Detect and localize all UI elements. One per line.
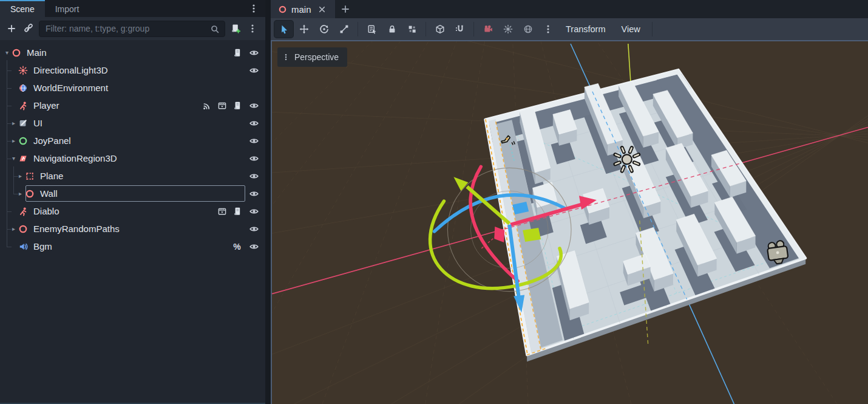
toggle-sun-tool-button[interactable] (498, 21, 517, 38)
tree-node-label: Wall (36, 188, 58, 199)
close-icon[interactable] (316, 2, 329, 16)
node3d-icon (12, 48, 23, 58)
visibility-eye-icon[interactable] (245, 135, 263, 146)
perspective-label: Perspective (294, 52, 339, 62)
scene-tab-bar: main (271, 0, 868, 18)
sun-icon (18, 66, 30, 75)
dock-menu-icon[interactable] (247, 2, 260, 15)
snap-tool-button[interactable] (450, 21, 469, 38)
tree-indent-guide (7, 229, 12, 230)
toolbar-separator (652, 22, 653, 36)
signal-badge-icon[interactable] (199, 100, 214, 111)
tree-row-enemyrandompaths[interactable]: ▸EnemyRandomPaths (0, 220, 265, 238)
scene-dock: Scene Import ▾MainDirectionalLight3DWorl… (0, 0, 265, 404)
scene-dock-toolbar (0, 17, 265, 40)
list-select-tool-button[interactable] (362, 21, 381, 38)
menu-view[interactable]: View (614, 24, 648, 34)
tree-row-bgm[interactable]: Bgm% (0, 238, 265, 255)
unique-name-badge[interactable]: % (229, 241, 245, 252)
move-tool-button[interactable] (294, 21, 313, 38)
tree-indent-guide (7, 247, 12, 247)
plus-icon (339, 2, 352, 16)
scene-tree: ▾MainDirectionalLight3DWorldEnvironmentP… (0, 40, 265, 403)
control-icon (18, 136, 30, 146)
select-tool-button[interactable] (274, 21, 293, 38)
script-badge-icon[interactable] (229, 47, 245, 58)
canvas-icon (18, 118, 30, 128)
search-icon (208, 22, 222, 36)
script-badge-icon[interactable] (229, 206, 245, 217)
toolbar-separator (426, 22, 426, 36)
character-icon (18, 207, 30, 216)
tree-row-plane[interactable]: ▸Plane (0, 167, 265, 185)
tab-scene-label: Scene (10, 4, 35, 14)
tree-indent-guide (7, 159, 12, 159)
tree-row-player[interactable]: Player (0, 97, 265, 114)
tree-indent-guide (13, 166, 14, 194)
perspective-menu-button[interactable]: Perspective (277, 47, 347, 67)
tree-node-label: Diablo (30, 206, 59, 216)
navregion-icon (18, 154, 30, 163)
spatial-toolbar: TransformView (271, 18, 868, 40)
viewport-3d-canvas[interactable] (272, 41, 868, 404)
visibility-eye-icon[interactable] (245, 100, 263, 111)
group-tool-button[interactable] (402, 21, 421, 38)
main-editor-area: main TransformView Perspective (271, 0, 868, 404)
tree-node-label: Plane (36, 171, 63, 181)
visibility-eye-icon[interactable] (245, 65, 263, 76)
node3d-icon (278, 2, 287, 16)
scene-dock-tabs: Scene Import (0, 0, 265, 17)
add-node-button[interactable] (5, 22, 18, 35)
tree-row-directionallight3d[interactable]: DirectionalLight3D (0, 61, 265, 79)
collapse-arrow-icon[interactable]: ▾ (2, 49, 12, 56)
visibility-eye-icon[interactable] (245, 118, 263, 129)
speaker-icon (18, 242, 30, 252)
filter-input[interactable] (39, 21, 225, 37)
viewport-3d[interactable]: Perspective (271, 40, 868, 404)
tree-row-navigationregion3d[interactable]: ▾NavigationRegion3D (0, 149, 265, 167)
preview-camera-tool-button[interactable] (478, 21, 497, 38)
instance-scene-button[interactable] (22, 22, 35, 35)
visibility-eye-icon[interactable] (245, 171, 263, 182)
tree-indent-guide (13, 194, 18, 194)
scene-tab-main[interactable]: main (271, 0, 335, 18)
tree-node-label: Bgm (30, 241, 52, 252)
tree-row-diablo[interactable]: Diablo (0, 202, 265, 220)
visibility-eye-icon[interactable] (245, 47, 263, 58)
visibility-eye-icon[interactable] (245, 188, 263, 199)
visibility-eye-icon[interactable] (245, 206, 263, 217)
tree-row-main[interactable]: ▾Main (0, 44, 265, 61)
tab-scene[interactable]: Scene (0, 0, 45, 17)
tree-node-label: DirectionalLight3D (30, 65, 108, 75)
tree-row-wall[interactable]: ▸Wall (0, 185, 265, 202)
rotate-tool-button[interactable] (314, 21, 333, 38)
meshplane-icon (25, 171, 36, 181)
scene-badge-icon[interactable] (214, 100, 229, 111)
tab-import[interactable]: Import (45, 0, 90, 17)
godot-editor: Scene Import ▾MainDirectionalLight3DWorl… (0, 0, 868, 404)
visibility-eye-icon[interactable] (245, 224, 263, 235)
tree-row-joypanel[interactable]: ▸JoyPanel (0, 132, 265, 149)
visibility-eye-icon[interactable] (245, 153, 263, 164)
extra-options-tool-button[interactable] (538, 21, 557, 38)
tree-indent-guide (7, 141, 12, 142)
tree-indent-guide (7, 106, 12, 106)
new-scene-tab-button[interactable] (335, 0, 356, 18)
visibility-eye-icon[interactable] (245, 241, 263, 252)
scene-tree-options-icon[interactable] (246, 22, 259, 35)
menu-transform[interactable]: Transform (558, 24, 613, 34)
local-space-tool-button[interactable] (430, 21, 449, 38)
toolbar-separator (358, 22, 358, 36)
lock-tool-button[interactable] (382, 21, 401, 38)
tab-import-label: Import (55, 4, 80, 14)
scale-tool-button[interactable] (334, 21, 353, 38)
tree-row-worldenvironment[interactable]: WorldEnvironment (0, 79, 265, 97)
tree-node-label: UI (30, 118, 42, 128)
toggle-environment-tool-button[interactable] (518, 21, 537, 38)
toolbar-separator (473, 22, 474, 36)
tree-row-ui[interactable]: ▸UI (0, 114, 265, 132)
script-badge-icon[interactable] (229, 100, 245, 111)
scene-badge-icon[interactable] (214, 206, 229, 217)
dock-splitter[interactable] (265, 0, 271, 404)
attach-script-button[interactable] (229, 22, 242, 35)
